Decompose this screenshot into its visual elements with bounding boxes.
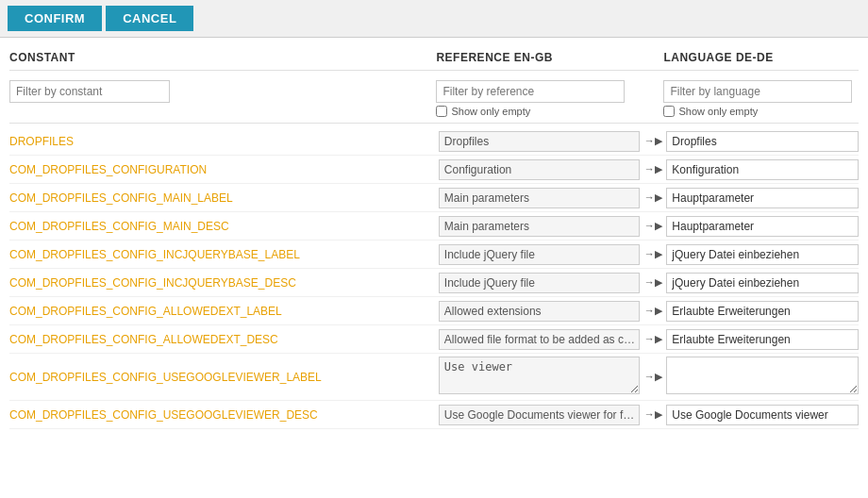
confirm-button[interactable]: CONFIRM bbox=[8, 6, 102, 31]
language-input[interactable] bbox=[666, 159, 859, 180]
language-input[interactable] bbox=[666, 273, 859, 293]
language-cell bbox=[662, 273, 859, 293]
reference-input[interactable] bbox=[439, 301, 641, 322]
constant-cell: COM_DROPFILES_CONFIG_INCJQUERYBASE_DESC bbox=[9, 275, 439, 290]
constant-cell: COM_DROPFILES_CONFIG_ALLOWEDEXT_LABEL bbox=[9, 304, 439, 318]
constant-cell: COM_DROPFILES_CONFIG_INCJQUERYBASE_LABEL bbox=[9, 247, 439, 261]
constant-cell: DROPFILES bbox=[9, 134, 439, 148]
constant-cell: COM_DROPFILES_CONFIG_USEGOOGLEVIEWER_DES… bbox=[9, 407, 439, 422]
language-input[interactable] bbox=[666, 188, 859, 208]
constant-cell: COM_DROPFILES_CONFIG_ALLOWEDEXT_DESC bbox=[9, 332, 439, 346]
constant-link[interactable]: COM_DROPFILES_CONFIG_USEGOOGLEVIEWER_LAB… bbox=[9, 371, 322, 384]
language-cell bbox=[662, 405, 859, 425]
filter-constant-area bbox=[9, 80, 436, 103]
show-only-empty-lang-checkbox[interactable] bbox=[663, 106, 675, 117]
constant-link[interactable]: COM_DROPFILES_CONFIGURATION bbox=[9, 163, 207, 176]
language-input[interactable] bbox=[666, 131, 859, 152]
language-filter-input[interactable] bbox=[663, 80, 852, 103]
reference-input[interactable] bbox=[439, 329, 641, 350]
reference-cell bbox=[439, 357, 644, 397]
arrow-icon: →▶ bbox=[643, 371, 662, 383]
constant-link[interactable]: COM_DROPFILES_CONFIG_INCJQUERYBASE_DESC bbox=[9, 276, 296, 290]
reference-input[interactable] bbox=[439, 159, 641, 180]
language-cell bbox=[662, 131, 859, 152]
language-input[interactable] bbox=[666, 405, 859, 425]
cancel-button[interactable]: CANCEL bbox=[106, 6, 193, 31]
table-row: COM_DROPFILES_CONFIG_ALLOWEDEXT_DESC→▶ bbox=[9, 325, 859, 354]
reference-input[interactable] bbox=[439, 273, 641, 293]
reference-input[interactable] bbox=[439, 188, 641, 208]
reference-cell bbox=[439, 301, 644, 322]
arrow-icon: →▶ bbox=[643, 333, 662, 345]
reference-input[interactable] bbox=[439, 216, 641, 237]
arrow-icon: →▶ bbox=[643, 163, 662, 175]
language-textarea[interactable] bbox=[666, 357, 859, 394]
reference-cell bbox=[439, 244, 644, 265]
language-cell bbox=[662, 244, 859, 265]
reference-header: REFERENCE EN-GB bbox=[436, 51, 644, 64]
reference-cell bbox=[439, 405, 644, 425]
language-input[interactable] bbox=[666, 244, 859, 265]
reference-input[interactable] bbox=[439, 131, 641, 152]
reference-filter-input[interactable] bbox=[436, 80, 625, 103]
constant-cell: COM_DROPFILES_CONFIG_USEGOOGLEVIEWER_LAB… bbox=[9, 370, 439, 384]
constant-link[interactable]: COM_DROPFILES_CONFIG_MAIN_DESC bbox=[9, 220, 229, 233]
constant-link[interactable]: COM_DROPFILES_CONFIG_ALLOWEDEXT_LABEL bbox=[9, 305, 282, 318]
reference-cell bbox=[439, 216, 644, 237]
constant-cell: COM_DROPFILES_CONFIGURATION bbox=[9, 162, 439, 176]
constant-link[interactable]: COM_DROPFILES_CONFIG_MAIN_LABEL bbox=[9, 191, 233, 205]
table-row: COM_DROPFILES_CONFIG_USEGOOGLEVIEWER_LAB… bbox=[9, 354, 859, 401]
arrow-icon: →▶ bbox=[643, 408, 662, 421]
reference-cell bbox=[439, 273, 644, 293]
reference-textarea[interactable] bbox=[439, 357, 641, 394]
constant-link[interactable]: COM_DROPFILES_CONFIG_INCJQUERYBASE_LABEL bbox=[9, 248, 300, 261]
reference-cell bbox=[439, 131, 644, 152]
arrow-icon: →▶ bbox=[643, 220, 662, 232]
language-cell bbox=[662, 301, 859, 322]
reference-cell bbox=[439, 188, 644, 208]
table-row: COM_DROPFILES_CONFIG_USEGOOGLEVIEWER_DES… bbox=[9, 401, 859, 429]
filter-reference-area: Show only empty bbox=[436, 80, 644, 117]
language-input[interactable] bbox=[666, 329, 859, 350]
table-row: COM_DROPFILES_CONFIG_INCJQUERYBASE_LABEL… bbox=[9, 241, 859, 269]
language-header: LANGUAGE DE-DE bbox=[663, 51, 859, 64]
language-cell bbox=[662, 188, 859, 208]
constant-link[interactable]: DROPFILES bbox=[9, 135, 74, 148]
reference-cell bbox=[439, 329, 644, 350]
constant-link[interactable]: COM_DROPFILES_CONFIG_USEGOOGLEVIEWER_DES… bbox=[9, 408, 318, 422]
language-input[interactable] bbox=[666, 301, 859, 322]
table-row: COM_DROPFILES_CONFIG_ALLOWEDEXT_LABEL→▶ bbox=[9, 297, 859, 325]
reference-input[interactable] bbox=[439, 244, 641, 265]
main-content: CONSTANT REFERENCE EN-GB LANGUAGE DE-DE … bbox=[0, 38, 868, 437]
table-row: COM_DROPFILES_CONFIG_INCJQUERYBASE_DESC→… bbox=[9, 269, 859, 297]
constant-header: CONSTANT bbox=[9, 51, 436, 64]
data-rows: DROPFILES→▶COM_DROPFILES_CONFIGURATION→▶… bbox=[9, 127, 859, 429]
arrow-icon: →▶ bbox=[643, 248, 662, 260]
show-only-empty-ref-label: Show only empty bbox=[451, 106, 530, 117]
filter-row: Show only empty Show only empty bbox=[9, 75, 859, 124]
language-cell bbox=[662, 357, 859, 397]
language-cell bbox=[662, 216, 859, 237]
top-bar: CONFIRM CANCEL bbox=[0, 0, 868, 38]
arrow-icon: →▶ bbox=[643, 191, 662, 204]
table-row: COM_DROPFILES_CONFIG_MAIN_LABEL→▶ bbox=[9, 184, 859, 212]
show-only-empty-reference: Show only empty bbox=[436, 106, 644, 117]
filter-language-area: Show only empty bbox=[663, 80, 859, 117]
constant-filter-input[interactable] bbox=[9, 80, 170, 103]
reference-input[interactable] bbox=[439, 405, 641, 425]
reference-cell bbox=[439, 159, 644, 180]
show-only-empty-language: Show only empty bbox=[663, 106, 859, 117]
table-row: COM_DROPFILES_CONFIG_MAIN_DESC→▶ bbox=[9, 212, 859, 241]
language-input[interactable] bbox=[666, 216, 859, 237]
arrow-icon: →▶ bbox=[643, 135, 662, 147]
constant-cell: COM_DROPFILES_CONFIG_MAIN_LABEL bbox=[9, 191, 439, 205]
constant-link[interactable]: COM_DROPFILES_CONFIG_ALLOWEDEXT_DESC bbox=[9, 333, 278, 346]
arrow-icon: →▶ bbox=[643, 276, 662, 289]
table-row: COM_DROPFILES_CONFIGURATION→▶ bbox=[9, 156, 859, 184]
table-row: DROPFILES→▶ bbox=[9, 127, 859, 156]
arrow-icon: →▶ bbox=[643, 305, 662, 317]
constant-cell: COM_DROPFILES_CONFIG_MAIN_DESC bbox=[9, 219, 439, 233]
language-cell bbox=[662, 329, 859, 350]
show-only-empty-ref-checkbox[interactable] bbox=[436, 106, 447, 117]
show-only-empty-lang-label: Show only empty bbox=[678, 106, 758, 117]
